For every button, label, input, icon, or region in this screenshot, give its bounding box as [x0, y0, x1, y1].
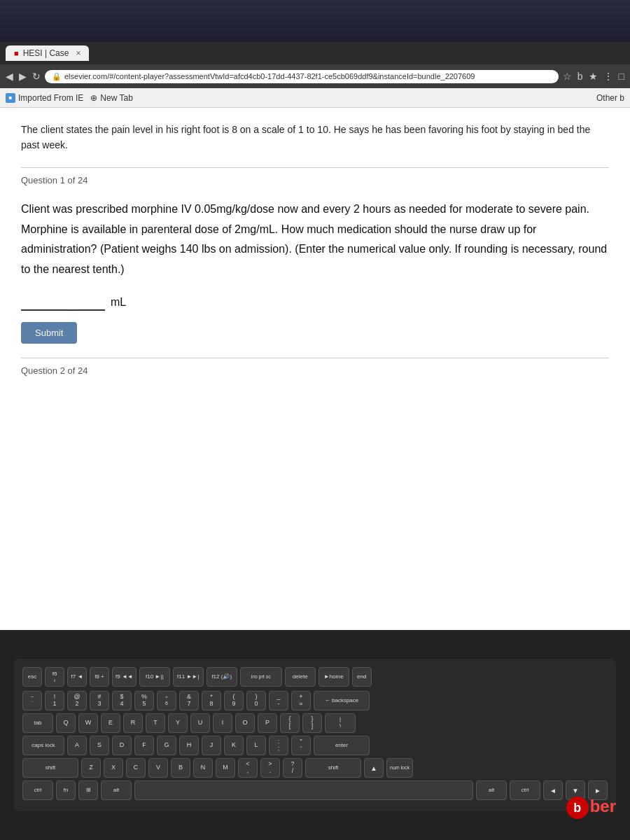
bookmark-newtab[interactable]: ⊕ New Tab [90, 93, 132, 103]
key-f7[interactable]: f7 ◄ [67, 667, 87, 687]
key-w[interactable]: W [78, 713, 98, 733]
intro-text: The client states the pain level in his … [21, 122, 609, 153]
question2-label: Question 2 of 24 [21, 358, 609, 376]
key-win[interactable]: ⊞ [78, 780, 98, 800]
key-1[interactable]: !1 [45, 691, 64, 710]
other-label: Other b [596, 93, 624, 103]
key-s[interactable]: S [90, 736, 109, 755]
key-q[interactable]: Q [56, 713, 76, 733]
submit-button[interactable]: Submit [21, 322, 77, 344]
key-g[interactable]: G [157, 736, 176, 755]
key-shift-r[interactable]: shift [305, 758, 361, 778]
newtab-icon: ⊕ [90, 93, 97, 103]
key-t[interactable]: T [146, 713, 165, 733]
extension-icon[interactable]: ★ [589, 71, 598, 82]
key-home[interactable]: ►home [318, 667, 349, 687]
key-f11[interactable]: f11 ►►| [173, 667, 204, 687]
key-alt-r[interactable]: alt [476, 780, 507, 800]
key-f6[interactable]: f6 ♪ [45, 667, 64, 687]
active-tab[interactable]: ■ HESI | Case × [6, 46, 89, 61]
key-z[interactable]: Z [81, 758, 101, 778]
bookmark-imported[interactable]: ■ Imported From IE [6, 93, 83, 103]
key-k[interactable]: K [224, 736, 244, 755]
key-j[interactable]: J [202, 736, 221, 755]
key-ctrl-l[interactable]: ctrl [22, 780, 53, 800]
key-v[interactable]: V [148, 758, 168, 778]
key-numlock[interactable]: num lock [386, 758, 413, 778]
key-equals[interactable]: += [291, 691, 311, 710]
key-i[interactable]: I [213, 713, 232, 733]
key-f9[interactable]: f9 ◄◄ [112, 667, 136, 687]
key-f8[interactable]: f8 + [90, 667, 109, 687]
key-n[interactable]: N [193, 758, 213, 778]
key-x[interactable]: X [104, 758, 123, 778]
key-minus[interactable]: _- [269, 691, 288, 710]
key-o[interactable]: O [235, 713, 255, 733]
ober-circle: b [566, 797, 589, 819]
key-backslash[interactable]: |\ [325, 713, 356, 733]
key-d[interactable]: D [112, 736, 132, 755]
key-slash[interactable]: ?/ [283, 758, 302, 778]
key-ctrl-r[interactable]: ctrl [510, 780, 540, 800]
key-period[interactable]: >. [260, 758, 280, 778]
key-backspace[interactable]: ← backspace [314, 691, 370, 710]
key-space[interactable] [134, 780, 473, 800]
key-f12[interactable]: f12 (🔊) [206, 667, 237, 687]
key-e[interactable]: E [101, 713, 120, 733]
key-p[interactable]: P [258, 713, 277, 733]
key-c[interactable]: C [126, 758, 146, 778]
other-bookmarks[interactable]: Other b [596, 93, 624, 103]
key-fn[interactable]: fn [56, 780, 76, 800]
key-bracket-l[interactable]: {[ [280, 713, 300, 733]
key-5[interactable]: %5 [134, 691, 154, 710]
profile-icon[interactable]: b [578, 71, 583, 82]
key-4[interactable]: $4 [112, 691, 132, 710]
key-9[interactable]: (9 [224, 691, 244, 710]
key-a[interactable]: A [67, 736, 87, 755]
key-delete[interactable]: delete [285, 667, 316, 687]
key-2[interactable]: @2 [67, 691, 87, 710]
key-prtsc[interactable]: ins prt sc [240, 667, 282, 687]
key-quote[interactable]: "' [291, 736, 311, 755]
forward-icon[interactable]: ▶ [19, 71, 27, 82]
url-text: elsevier.com/#/content-player?assessment… [64, 72, 475, 80]
key-semicolon[interactable]: :; [269, 736, 288, 755]
ober-logo: bber [566, 797, 616, 820]
key-b[interactable]: B [171, 758, 190, 778]
back-icon[interactable]: ◀ [6, 71, 13, 82]
key-6[interactable]: ^6 [157, 691, 176, 710]
answer-input[interactable] [21, 294, 105, 311]
key-end[interactable]: end [352, 667, 372, 687]
bookmark-icon[interactable]: ☆ [563, 71, 572, 82]
reload-icon[interactable]: ↻ [32, 71, 41, 82]
key-l[interactable]: L [246, 736, 266, 755]
key-caps[interactable]: caps lock [22, 736, 64, 755]
key-alt-l[interactable]: alt [101, 780, 132, 800]
address-bar[interactable]: 🔒 elsevier.com/#/content-player?assessme… [45, 70, 559, 83]
key-tab[interactable]: tab [22, 713, 53, 733]
bookmark-label: Imported From IE [18, 93, 83, 103]
window-icon[interactable]: □ [619, 71, 624, 82]
tab-close-icon[interactable]: × [76, 48, 80, 58]
key-up[interactable]: ▲ [364, 758, 384, 778]
key-8[interactable]: *8 [202, 691, 221, 710]
key-3[interactable]: #3 [90, 691, 109, 710]
key-y[interactable]: Y [168, 713, 188, 733]
key-f[interactable]: F [134, 736, 154, 755]
newtab-label: New Tab [100, 93, 132, 103]
key-esc[interactable]: esc [22, 667, 42, 687]
key-0[interactable]: )0 [246, 691, 266, 710]
menu-icon[interactable]: ⋮ [603, 71, 613, 82]
key-bracket-r[interactable]: }] [302, 713, 322, 733]
key-r[interactable]: R [123, 713, 143, 733]
key-m[interactable]: M [216, 758, 235, 778]
key-f10[interactable]: f10 ►|| [139, 667, 170, 687]
key-tilde[interactable]: ~` [22, 691, 42, 710]
key-shift-l[interactable]: shift [22, 758, 78, 778]
key-enter[interactable]: enter [314, 736, 370, 755]
key-u[interactable]: U [190, 713, 210, 733]
key-comma[interactable]: <, [238, 758, 258, 778]
key-h[interactable]: H [179, 736, 199, 755]
key-7[interactable]: &7 [179, 691, 199, 710]
key-left[interactable]: ◄ [543, 780, 563, 800]
